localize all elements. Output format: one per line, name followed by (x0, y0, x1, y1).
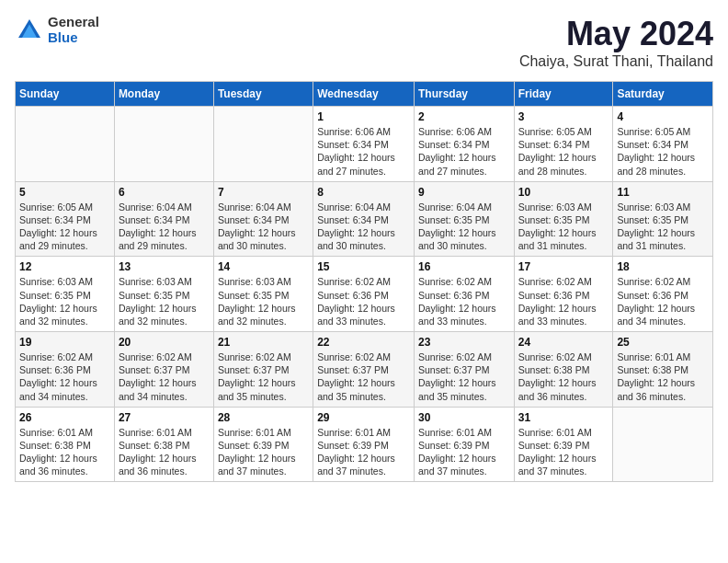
day-info: Sunrise: 6:01 AM Sunset: 6:39 PM Dayligh… (218, 426, 309, 478)
day-info: Sunrise: 6:01 AM Sunset: 6:38 PM Dayligh… (617, 350, 709, 403)
day-info: Sunrise: 6:03 AM Sunset: 6:35 PM Dayligh… (617, 201, 709, 253)
day-number: 17 (518, 260, 609, 273)
day-info: Sunrise: 6:04 AM Sunset: 6:34 PM Dayligh… (218, 201, 309, 253)
day-number: 23 (418, 336, 510, 349)
day-number: 5 (19, 186, 110, 199)
calendar-body: 1Sunrise: 6:06 AM Sunset: 6:34 PM Daylig… (16, 107, 713, 482)
calendar-cell: 5Sunrise: 6:05 AM Sunset: 6:34 PM Daylig… (16, 181, 115, 257)
calendar-cell: 23Sunrise: 6:02 AM Sunset: 6:37 PM Dayli… (414, 332, 514, 408)
day-number: 3 (518, 110, 609, 123)
day-number: 15 (317, 260, 410, 273)
calendar-cell: 28Sunrise: 6:01 AM Sunset: 6:39 PM Dayli… (213, 407, 313, 482)
day-info: Sunrise: 6:02 AM Sunset: 6:37 PM Dayligh… (119, 350, 210, 403)
calendar-cell (213, 107, 313, 182)
week-row-3: 12Sunrise: 6:03 AM Sunset: 6:35 PM Dayli… (16, 257, 713, 332)
day-number: 14 (218, 260, 309, 273)
logo-blue-text: Blue (48, 30, 99, 46)
title-block: May 2024 Chaiya, Surat Thani, Thailand (519, 15, 713, 70)
day-number: 11 (617, 186, 709, 199)
calendar-cell: 16Sunrise: 6:02 AM Sunset: 6:36 PM Dayli… (414, 257, 514, 332)
day-info: Sunrise: 6:02 AM Sunset: 6:36 PM Dayligh… (317, 275, 410, 327)
calendar-cell: 22Sunrise: 6:02 AM Sunset: 6:37 PM Dayli… (313, 332, 415, 408)
calendar-cell: 12Sunrise: 6:03 AM Sunset: 6:35 PM Dayli… (16, 257, 115, 332)
day-number: 1 (317, 110, 410, 123)
logo: General Blue (15, 15, 99, 45)
day-info: Sunrise: 6:04 AM Sunset: 6:34 PM Dayligh… (317, 201, 410, 253)
calendar-cell: 26Sunrise: 6:01 AM Sunset: 6:38 PM Dayli… (16, 407, 115, 482)
calendar-cell: 15Sunrise: 6:02 AM Sunset: 6:36 PM Dayli… (313, 257, 415, 332)
week-row-1: 1Sunrise: 6:06 AM Sunset: 6:34 PM Daylig… (16, 107, 713, 182)
calendar-cell: 18Sunrise: 6:02 AM Sunset: 6:36 PM Dayli… (613, 257, 713, 332)
day-number: 8 (317, 186, 410, 199)
calendar-cell: 9Sunrise: 6:04 AM Sunset: 6:35 PM Daylig… (414, 181, 514, 257)
calendar-cell: 21Sunrise: 6:02 AM Sunset: 6:37 PM Dayli… (213, 332, 313, 408)
calendar-cell: 30Sunrise: 6:01 AM Sunset: 6:39 PM Dayli… (414, 407, 514, 482)
week-row-2: 5Sunrise: 6:05 AM Sunset: 6:34 PM Daylig… (16, 181, 713, 257)
logo-icon (15, 16, 44, 45)
calendar-cell: 20Sunrise: 6:02 AM Sunset: 6:37 PM Dayli… (114, 332, 213, 408)
day-info: Sunrise: 6:02 AM Sunset: 6:38 PM Dayligh… (518, 350, 609, 403)
day-info: Sunrise: 6:04 AM Sunset: 6:35 PM Dayligh… (418, 201, 510, 253)
day-info: Sunrise: 6:02 AM Sunset: 6:36 PM Dayligh… (617, 275, 709, 327)
calendar-cell: 19Sunrise: 6:02 AM Sunset: 6:36 PM Dayli… (16, 332, 115, 408)
calendar-cell: 24Sunrise: 6:02 AM Sunset: 6:38 PM Dayli… (514, 332, 613, 408)
day-info: Sunrise: 6:06 AM Sunset: 6:34 PM Dayligh… (418, 125, 510, 178)
day-of-week-wednesday: Wednesday (313, 82, 415, 107)
day-of-week-monday: Monday (114, 82, 213, 107)
calendar-cell: 8Sunrise: 6:04 AM Sunset: 6:34 PM Daylig… (313, 181, 415, 257)
page-header: General Blue May 2024 Chaiya, Surat Than… (15, 15, 713, 70)
calendar-cell: 11Sunrise: 6:03 AM Sunset: 6:35 PM Dayli… (613, 181, 713, 257)
calendar-cell: 17Sunrise: 6:02 AM Sunset: 6:36 PM Dayli… (514, 257, 613, 332)
day-number: 12 (19, 260, 110, 273)
day-info: Sunrise: 6:02 AM Sunset: 6:37 PM Dayligh… (218, 350, 309, 403)
day-info: Sunrise: 6:01 AM Sunset: 6:38 PM Dayligh… (119, 426, 210, 478)
calendar-cell: 27Sunrise: 6:01 AM Sunset: 6:38 PM Dayli… (114, 407, 213, 482)
calendar-cell: 13Sunrise: 6:03 AM Sunset: 6:35 PM Dayli… (114, 257, 213, 332)
calendar-cell: 7Sunrise: 6:04 AM Sunset: 6:34 PM Daylig… (213, 181, 313, 257)
day-info: Sunrise: 6:03 AM Sunset: 6:35 PM Dayligh… (218, 275, 309, 327)
day-of-week-sunday: Sunday (16, 82, 115, 107)
day-number: 28 (218, 411, 309, 424)
day-info: Sunrise: 6:02 AM Sunset: 6:37 PM Dayligh… (418, 350, 510, 403)
calendar-cell: 6Sunrise: 6:04 AM Sunset: 6:34 PM Daylig… (114, 181, 213, 257)
day-number: 30 (418, 411, 510, 424)
day-number: 16 (418, 260, 510, 273)
day-info: Sunrise: 6:03 AM Sunset: 6:35 PM Dayligh… (19, 275, 110, 327)
calendar-cell: 4Sunrise: 6:05 AM Sunset: 6:34 PM Daylig… (613, 107, 713, 182)
day-info: Sunrise: 6:02 AM Sunset: 6:36 PM Dayligh… (418, 275, 510, 327)
day-number: 6 (119, 186, 210, 199)
day-info: Sunrise: 6:03 AM Sunset: 6:35 PM Dayligh… (119, 275, 210, 327)
calendar-cell: 31Sunrise: 6:01 AM Sunset: 6:39 PM Dayli… (514, 407, 613, 482)
day-info: Sunrise: 6:01 AM Sunset: 6:39 PM Dayligh… (317, 426, 410, 478)
subtitle: Chaiya, Surat Thani, Thailand (519, 53, 713, 70)
days-of-week-row: SundayMondayTuesdayWednesdayThursdayFrid… (16, 82, 713, 107)
day-info: Sunrise: 6:02 AM Sunset: 6:36 PM Dayligh… (518, 275, 609, 327)
day-number: 18 (617, 260, 709, 273)
day-number: 9 (418, 186, 510, 199)
day-number: 4 (617, 110, 709, 123)
calendar-cell (114, 107, 213, 182)
day-number: 24 (518, 336, 609, 349)
main-title: May 2024 (519, 15, 713, 53)
day-info: Sunrise: 6:01 AM Sunset: 6:39 PM Dayligh… (418, 426, 510, 478)
calendar-cell: 14Sunrise: 6:03 AM Sunset: 6:35 PM Dayli… (213, 257, 313, 332)
day-number: 27 (119, 411, 210, 424)
week-row-5: 26Sunrise: 6:01 AM Sunset: 6:38 PM Dayli… (16, 407, 713, 482)
calendar-table: SundayMondayTuesdayWednesdayThursdayFrid… (15, 81, 713, 482)
day-info: Sunrise: 6:03 AM Sunset: 6:35 PM Dayligh… (518, 201, 609, 253)
day-info: Sunrise: 6:06 AM Sunset: 6:34 PM Dayligh… (317, 125, 410, 178)
day-of-week-friday: Friday (514, 82, 613, 107)
calendar-cell: 2Sunrise: 6:06 AM Sunset: 6:34 PM Daylig… (414, 107, 514, 182)
calendar-cell: 29Sunrise: 6:01 AM Sunset: 6:39 PM Dayli… (313, 407, 415, 482)
day-of-week-saturday: Saturday (613, 82, 713, 107)
day-number: 26 (19, 411, 110, 424)
day-number: 13 (119, 260, 210, 273)
day-number: 25 (617, 336, 709, 349)
day-number: 20 (119, 336, 210, 349)
day-of-week-thursday: Thursday (414, 82, 514, 107)
day-number: 22 (317, 336, 410, 349)
day-info: Sunrise: 6:04 AM Sunset: 6:34 PM Dayligh… (119, 201, 210, 253)
calendar-cell: 25Sunrise: 6:01 AM Sunset: 6:38 PM Dayli… (613, 332, 713, 408)
calendar-cell (613, 407, 713, 482)
day-info: Sunrise: 6:02 AM Sunset: 6:37 PM Dayligh… (317, 350, 410, 403)
